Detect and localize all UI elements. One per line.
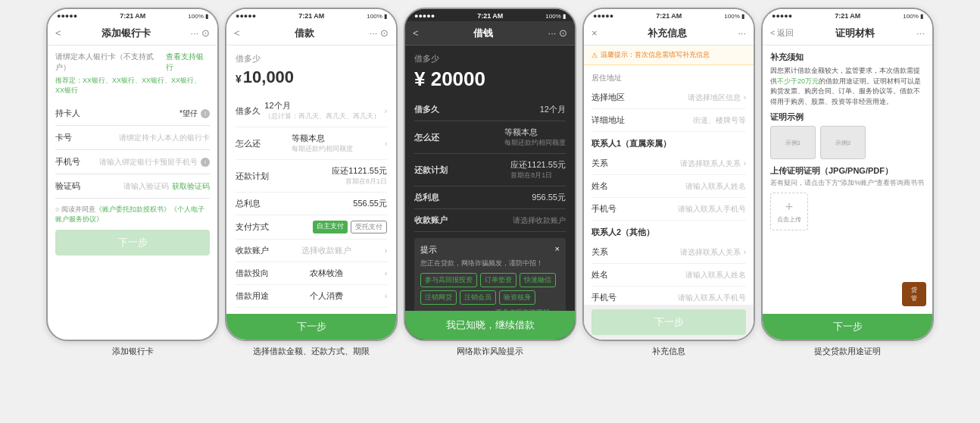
phone5-caption: 提交贷款用途证明 bbox=[814, 346, 881, 357]
phone1: ●●●●● 7:21 AM 100% ▮ < 添加银行卡 ··· ⊙ 请绑定本人… bbox=[46, 8, 219, 341]
phone2-account-value[interactable]: 选择收款账户 bbox=[301, 245, 351, 256]
phone3-row-account[interactable]: 收款账户 请选择收款账户 bbox=[414, 209, 566, 232]
phone3-popup-close-btn[interactable]: × bbox=[555, 244, 560, 255]
phone3-row-interest: 总利息 956.55元 bbox=[414, 186, 566, 209]
phone4-btn-area: 下一步 bbox=[584, 305, 754, 340]
phone4-c1-name-input[interactable]: 请输入联系人姓名 bbox=[618, 181, 746, 192]
phone1-input-phone[interactable]: 请输入绑定银行卡预留手机号 bbox=[86, 157, 198, 168]
phone3-row-method[interactable]: 怎么还 等额本息 每期还款约相同额度 bbox=[414, 121, 566, 154]
phone1-agree-link1[interactable]: 《账户委托扣款授权书》 bbox=[95, 205, 170, 213]
phone3-battery: 100% ▮ bbox=[545, 13, 566, 20]
phone1-get-captcha-btn[interactable]: 获取验证码 bbox=[172, 181, 210, 192]
phone3-signals: ●●●●● bbox=[414, 12, 435, 20]
phone2-signals: ●●●●● bbox=[236, 12, 256, 20]
phone2-time: 7:21 AM bbox=[298, 12, 324, 20]
phone3-account-value[interactable]: 请选择收款账户 bbox=[513, 215, 566, 226]
phone4-detail-label: 详细地址 bbox=[591, 114, 625, 126]
phone1-field-phone[interactable]: 手机号 请输入绑定银行卡预留手机号 i bbox=[55, 150, 210, 174]
phone4-c2-phone-input[interactable]: 请输入联系人手机号 bbox=[618, 293, 746, 303]
phone5-notice-title: 补充须知 bbox=[770, 52, 925, 63]
phone5-upload-box[interactable]: + 点击上传 bbox=[770, 193, 808, 230]
phone4-c2-relation-row[interactable]: 关系 请选择联系人关系 › bbox=[591, 241, 746, 264]
phone2-auto-pay-tag[interactable]: 自主支付 bbox=[313, 221, 348, 233]
phone1-label-phone: 手机号 bbox=[55, 156, 86, 168]
phone3-tag-1[interactable]: 参与高回报投资 bbox=[420, 273, 477, 287]
phone1-agree-checkbox[interactable]: ○ bbox=[55, 205, 61, 213]
phone3-plan-label: 还款计划 bbox=[414, 164, 448, 176]
phone4-more-btn[interactable]: ··· bbox=[738, 27, 746, 39]
phone5-next-btn[interactable]: 下一步 bbox=[763, 314, 932, 340]
phone1-field-cardno[interactable]: 卡号 请绑定持卡人本人的银行卡 bbox=[55, 126, 210, 150]
phone4-next-btn[interactable]: 下一步 bbox=[591, 309, 746, 335]
phone3-title: 借钱 bbox=[419, 27, 548, 40]
phone2-row-payment[interactable]: 支付方式 自主支付 受托支付 bbox=[236, 215, 387, 240]
phone2-back-btn[interactable]: < bbox=[234, 27, 240, 39]
phone2-payment-label: 支付方式 bbox=[236, 221, 269, 233]
phone3-row-plan: 还款计划 应还1121.55元 首期在8月1日 bbox=[414, 154, 566, 186]
phone1-more-btn[interactable]: ··· ⊙ bbox=[191, 27, 210, 39]
phone2-more-btn[interactable]: ··· ⊙ bbox=[370, 27, 389, 39]
phone1-hint-text: 请绑定本人银行卡（不支持贰户） bbox=[55, 52, 166, 73]
phone4-region-row[interactable]: 选择地区 请选择地区信息 › bbox=[591, 86, 746, 109]
phone2-row-method[interactable]: 怎么还 等额本息 每期还款约相同额度 › bbox=[236, 127, 387, 160]
phone4-region-input[interactable]: 请选择地区信息 bbox=[625, 92, 741, 103]
phone2-row-duration[interactable]: 借多久 12个月 （总计算：再几天、再几天、再几天） › bbox=[236, 95, 387, 127]
phone3-amount: ¥ 20000 bbox=[414, 67, 566, 91]
phone2-payment-options: 自主支付 受托支付 bbox=[313, 221, 387, 233]
phone3-more-btn[interactable]: ··· ⊙ bbox=[548, 27, 567, 39]
phone3-row-duration[interactable]: 借多久 12个月 bbox=[414, 99, 566, 121]
phone2-duration-value: 12个月 bbox=[264, 100, 380, 111]
phone1-next-btn[interactable]: 下一步 bbox=[55, 230, 210, 255]
phone4-detail-row[interactable]: 详细地址 街道、楼牌号等 bbox=[591, 109, 746, 132]
phone2-row-direction[interactable]: 借款投向 农林牧渔 › bbox=[236, 262, 387, 285]
phone4-c1-name-row[interactable]: 姓名 请输入联系人姓名 bbox=[591, 175, 746, 198]
phone5-header: < 返回 证明材料 ··· bbox=[763, 21, 932, 45]
phone4-c2-relation-input[interactable]: 请选择联系人关系 bbox=[618, 247, 741, 258]
phone3-plan-v1: 应还1121.55元 bbox=[510, 159, 566, 171]
phone2-row-account[interactable]: 收款账户 选择收款账户 › bbox=[236, 240, 387, 262]
phone5-status-bar: ●●●●● 7:21 AM 100% ▮ bbox=[763, 9, 932, 21]
phone2-method-chevron: › bbox=[385, 139, 387, 148]
phone2-row-purpose[interactable]: 借款用途 个人消费 › bbox=[236, 285, 387, 308]
phone5-upload-btn-label[interactable]: 点击上传 bbox=[777, 215, 801, 224]
phone3-tag-4[interactable]: 注销网贷 bbox=[420, 290, 457, 305]
phone3-method-label: 怎么还 bbox=[414, 132, 439, 143]
phone4-c1-relation-input[interactable]: 请选择联系人关系 bbox=[618, 158, 741, 169]
phone4-c2-name-row[interactable]: 姓名 请输入联系人姓名 bbox=[591, 264, 746, 287]
phone4-c2-name-input[interactable]: 请输入联系人姓名 bbox=[618, 270, 746, 280]
phone4-c1-relation-label: 关系 bbox=[591, 158, 618, 169]
phone4-c1-phone-row[interactable]: 手机号 请输入联系人手机号 bbox=[591, 198, 746, 221]
phone4-region-label: 选择地区 bbox=[591, 92, 625, 103]
phone4-title: 补充信息 bbox=[598, 27, 738, 40]
phone1-input-cardno[interactable]: 请绑定持卡人本人的银行卡 bbox=[86, 133, 210, 143]
phone1-back-btn[interactable]: < bbox=[55, 27, 61, 39]
phone3-continue-btn[interactable]: 我已知晓，继续借款 bbox=[405, 311, 575, 340]
phone3-tag-6[interactable]: 验资核身 bbox=[499, 290, 535, 305]
phone5-more-btn[interactable]: ··· bbox=[916, 27, 925, 39]
phone4-detail-input[interactable]: 街道、楼牌号等 bbox=[625, 115, 746, 126]
phone3-tag-2[interactable]: 订单垫资 bbox=[480, 273, 517, 287]
phone4-c1-phone-input[interactable]: 请输入联系人手机号 bbox=[618, 204, 746, 215]
phone4-region-arrow: › bbox=[744, 93, 746, 102]
phone4-c1-relation-row[interactable]: 关系 请选择联系人关系 › bbox=[591, 152, 746, 175]
phone3-back-btn[interactable]: < bbox=[413, 27, 419, 39]
phone2-battery: 100% ▮ bbox=[367, 13, 387, 20]
phone4-close-btn[interactable]: × bbox=[591, 27, 598, 39]
phone2-btn-area: 下一步 bbox=[226, 314, 396, 340]
phone3-tag-5[interactable]: 注销会员 bbox=[460, 290, 496, 305]
phone2-entrust-pay-tag[interactable]: 受托支付 bbox=[351, 221, 387, 233]
phone2-direction-value: 农林牧渔 bbox=[310, 268, 343, 279]
phone3-caption: 网络欺诈风险提示 bbox=[457, 346, 523, 357]
phone2-plan-label: 还款计划 bbox=[236, 171, 269, 182]
phone1-hint-link[interactable]: 查看支持银行 bbox=[166, 52, 210, 73]
phone2-row-interest: 总利息 556.55元 bbox=[236, 193, 387, 215]
phone4-c2-relation-label: 关系 bbox=[591, 246, 618, 258]
phone1-field-captcha[interactable]: 验证码 请输入验证码 获取验证码 bbox=[55, 174, 210, 199]
phone3-tag-3[interactable]: 快速融信 bbox=[520, 273, 556, 287]
phone1-input-captcha[interactable]: 请输入验证码 bbox=[86, 181, 169, 192]
phone1-title: 添加银行卡 bbox=[61, 27, 191, 40]
phone1-recommend-label: 推荐定： bbox=[55, 77, 83, 84]
phone5-back-btn[interactable]: < 返回 bbox=[770, 27, 794, 39]
phone2-next-btn[interactable]: 下一步 bbox=[226, 314, 396, 340]
phone3-yuan: ¥ bbox=[414, 67, 425, 90]
